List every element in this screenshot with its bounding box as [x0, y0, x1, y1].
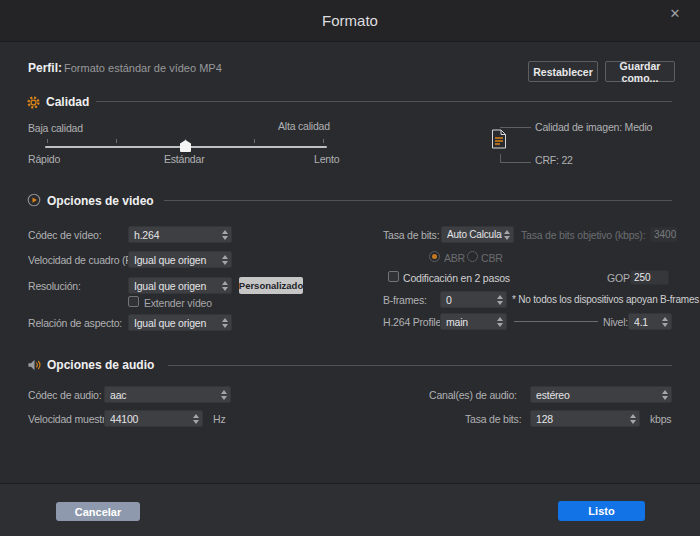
fps-value: Igual que origen	[134, 254, 220, 266]
video-codec-value: h.264	[134, 229, 220, 241]
profile-value: Formato estándar de vídeo MP4	[64, 62, 222, 74]
fast-label: Rápido	[28, 153, 60, 165]
video-bitrate-select[interactable]: Auto Calcular	[441, 226, 514, 243]
audio-codec-value: aac	[110, 389, 219, 401]
h264-profile-value: main	[446, 316, 495, 328]
cbr-radio[interactable]	[467, 251, 478, 262]
chevron-updown-icon	[222, 255, 228, 265]
extend-video-checkbox[interactable]	[128, 296, 139, 307]
slider-tick	[116, 139, 117, 143]
video-bitrate-value: Auto Calcular	[447, 229, 502, 240]
video-options-header: Opciones de video	[47, 194, 154, 208]
audio-codec-label: Códec de audio:	[28, 389, 101, 401]
format-dialog: Formato ✕ Perfil: Formato estándar de ví…	[0, 0, 700, 536]
profile-label: Perfil:	[28, 61, 62, 75]
high-quality-label: Alta calidad	[278, 120, 330, 132]
level-label: Nivel:	[603, 316, 628, 328]
profile-level-connector-line	[514, 321, 598, 322]
gop-input[interactable]: 250	[630, 270, 669, 285]
samplerate-select[interactable]: 44100	[104, 410, 203, 427]
samplerate-unit: Hz	[213, 413, 225, 425]
audio-divider	[168, 365, 672, 366]
gear-icon	[27, 95, 40, 113]
slider-tick	[47, 139, 48, 143]
bframes-value: 0	[446, 294, 495, 306]
chevron-updown-icon	[193, 414, 199, 424]
audio-codec-select[interactable]: aac	[104, 386, 231, 403]
aspect-label: Relación de aspecto:	[28, 317, 122, 329]
fps-select[interactable]: Igual que origen	[128, 251, 232, 268]
slow-label: Lento	[314, 153, 339, 165]
level-value: 4.1	[634, 316, 660, 328]
chevron-updown-icon	[630, 414, 636, 424]
image-quality-value: Calidad de imagen: Medio	[535, 121, 652, 133]
chevron-updown-icon	[662, 317, 668, 327]
h264-profile-select[interactable]: main	[440, 313, 507, 330]
aspect-value: Igual que origen	[134, 317, 220, 329]
audio-bitrate-unit: kbps	[650, 413, 671, 425]
crf-value: CRF: 22	[535, 154, 573, 166]
chevron-updown-icon	[497, 317, 503, 327]
bframes-note: * No todos los dispositivos apoyan B-fra…	[512, 294, 699, 305]
samplerate-value: 44100	[110, 413, 191, 425]
audio-options-header: Opciones de audio	[47, 358, 154, 372]
chevron-updown-icon	[222, 230, 228, 240]
resolution-select[interactable]: Igual que origen	[128, 277, 232, 294]
quality-slider-thumb[interactable]	[180, 140, 191, 152]
video-codec-label: Códec de vídeo:	[28, 229, 101, 241]
audio-bitrate-label: Tasa de bits:	[465, 413, 521, 425]
speaker-icon	[27, 358, 42, 376]
chevron-updown-icon	[504, 230, 510, 240]
video-codec-select[interactable]: h.264	[128, 226, 232, 243]
chevron-updown-icon	[497, 295, 503, 305]
chevron-updown-icon	[221, 390, 227, 400]
chevron-updown-icon	[662, 390, 668, 400]
bframes-label: B-frames:	[383, 294, 427, 306]
two-pass-label: Codificación en 2 pasos	[403, 272, 510, 284]
save-as-button[interactable]: Guardar como...	[605, 61, 675, 82]
gop-label: GOP:	[607, 272, 632, 284]
audio-bitrate-value: 128	[536, 413, 628, 425]
resolution-value: Igual que origen	[134, 280, 220, 292]
cancel-button[interactable]: Cancelar	[56, 502, 140, 521]
quality-divider	[96, 101, 672, 102]
slider-tick	[323, 139, 324, 143]
cbr-label: CBR	[481, 252, 503, 264]
slider-tick	[254, 139, 255, 143]
aspect-select[interactable]: Igual que origen	[128, 314, 232, 331]
reset-button[interactable]: Restablecer	[528, 61, 598, 82]
document-icon	[490, 128, 508, 154]
video-bitrate-label: Tasa de bits:	[383, 229, 439, 241]
channels-select[interactable]: estéreo	[530, 386, 672, 403]
video-divider	[164, 200, 672, 201]
low-quality-label: Baja calidad	[28, 122, 83, 134]
chevron-updown-icon	[222, 281, 228, 291]
target-bitrate-input[interactable]: 3400	[650, 227, 677, 242]
audio-bitrate-select[interactable]: 128	[530, 410, 640, 427]
abr-label: ABR	[444, 252, 465, 264]
bframes-select[interactable]: 0	[440, 291, 507, 308]
standard-label: Estándar	[164, 153, 204, 165]
channels-value: estéreo	[536, 389, 660, 401]
abr-radio[interactable]	[429, 251, 440, 262]
close-icon[interactable]: ✕	[664, 3, 686, 25]
two-pass-checkbox[interactable]	[388, 271, 399, 282]
done-button[interactable]: Listo	[558, 501, 645, 521]
resolution-label: Resolución:	[28, 280, 81, 292]
custom-resolution-button[interactable]: Personalizado	[239, 277, 303, 294]
dialog-title: Formato	[0, 0, 700, 41]
chevron-updown-icon	[222, 318, 228, 328]
target-bitrate-label: Tasa de bits objetivo (kbps):	[521, 229, 645, 241]
channels-label: Canal(es) de audio:	[429, 389, 517, 401]
level-select[interactable]: 4.1	[628, 313, 672, 330]
h264-profile-label: H.264 Profile:	[383, 316, 444, 328]
quality-header: Calidad	[46, 95, 89, 109]
play-circle-icon	[27, 193, 41, 211]
extend-video-label: Extender vídeo	[144, 297, 212, 309]
